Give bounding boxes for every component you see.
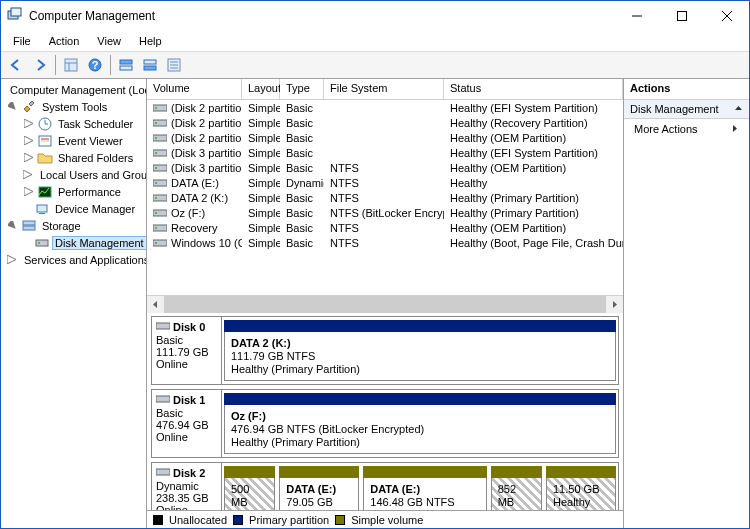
volume-row[interactable]: (Disk 2 partition 6)SimpleBasicHealthy (…: [147, 130, 623, 145]
disk-2-part-0[interactable]: 500 MB Healthy: [224, 466, 275, 510]
back-button[interactable]: [5, 54, 27, 76]
app-icon: [7, 7, 23, 25]
col-type[interactable]: Type: [280, 79, 324, 99]
volume-row[interactable]: DATA 2 (K:)SimpleBasicNTFSHealthy (Prima…: [147, 190, 623, 205]
disk-2-part-3[interactable]: 852 MB Healthy: [491, 466, 542, 510]
svg-rect-57: [156, 323, 170, 329]
help-button[interactable]: ?: [84, 54, 106, 76]
expand-icon[interactable]: [7, 220, 18, 231]
svg-point-48: [155, 182, 157, 184]
disk-1-size: 476.94 GB: [156, 419, 217, 431]
volume-row[interactable]: Windows 10 (C:)SimpleBasicNTFSHealthy (B…: [147, 235, 623, 250]
svg-point-46: [155, 167, 157, 169]
scroll-thumb[interactable]: [164, 296, 606, 313]
tools-icon: [21, 99, 37, 115]
disk-2-part-1[interactable]: DATA (E:) 79.05 GB NTFS Healthy: [279, 466, 359, 510]
tree-root[interactable]: Computer Management (Local: [1, 81, 146, 98]
volume-scrollbar[interactable]: [147, 295, 623, 312]
tree-shared-folders-label: Shared Folders: [56, 152, 135, 164]
disk-row-2[interactable]: Disk 2 Dynamic 238.35 GB Online 500 MB H…: [151, 462, 619, 510]
expand-icon[interactable]: [7, 101, 18, 112]
volume-layout: Simple: [242, 162, 280, 174]
maximize-button[interactable]: [659, 1, 704, 31]
collapse-icon[interactable]: [23, 135, 34, 146]
disk-0-part-0[interactable]: DATA 2 (K:) 111.79 GB NTFS Healthy (Prim…: [224, 320, 616, 381]
actions-more[interactable]: More Actions: [624, 119, 749, 139]
legend-unallocated-label: Unallocated: [169, 514, 227, 526]
view-bottom-button[interactable]: [139, 54, 161, 76]
volume-row[interactable]: (Disk 2 partition 1)SimpleBasicHealthy (…: [147, 100, 623, 115]
col-volume[interactable]: Volume: [147, 79, 242, 99]
disk-2-part-2[interactable]: DATA (E:) 146.48 GB NTFS Healthy: [363, 466, 486, 510]
tree-services[interactable]: Services and Applications: [1, 251, 146, 268]
disk-mgmt-icon: [34, 235, 50, 251]
tree-task-scheduler-label: Task Scheduler: [56, 118, 135, 130]
tree-system-tools[interactable]: System Tools: [1, 98, 146, 115]
disk-1-part-0[interactable]: Oz (F:) 476.94 GB NTFS (BitLocker Encryp…: [224, 393, 616, 454]
part-size: 146.48 GB NTFS: [370, 496, 454, 508]
folder-share-icon: [37, 150, 53, 166]
volume-type: Dynamic: [280, 177, 324, 189]
forward-button[interactable]: [29, 54, 51, 76]
col-layout[interactable]: Layout: [242, 79, 280, 99]
part-status: Healthy: [231, 509, 268, 510]
disk-1-title: Disk 1: [173, 394, 205, 406]
volume-row[interactable]: RecoverySimpleBasicNTFSHealthy (OEM Part…: [147, 220, 623, 235]
volume-type: Basic: [280, 162, 324, 174]
volume-row[interactable]: Oz (F:)SimpleBasicNTFS (BitLocker Encryp…: [147, 205, 623, 220]
volume-row[interactable]: (Disk 3 partition 5)SimpleBasicNTFSHealt…: [147, 160, 623, 175]
menu-file[interactable]: File: [5, 33, 39, 49]
volume-layout: Simple: [242, 147, 280, 159]
svg-point-56: [155, 242, 157, 244]
disk-2-part-4[interactable]: 11.50 GB Healthy (Reco: [546, 466, 616, 510]
show-hide-tree-button[interactable]: [60, 54, 82, 76]
collapse-icon[interactable]: [7, 254, 16, 265]
menu-help[interactable]: Help: [131, 33, 170, 49]
col-filesystem[interactable]: File System: [324, 79, 444, 99]
volume-type: Basic: [280, 147, 324, 159]
tree-event-viewer[interactable]: Event Viewer: [1, 132, 146, 149]
svg-point-38: [155, 107, 157, 109]
collapse-icon[interactable]: [23, 169, 32, 180]
volume-name: Windows 10 (C:): [171, 237, 242, 249]
menu-view[interactable]: View: [89, 33, 129, 49]
menu-action[interactable]: Action: [41, 33, 88, 49]
disk-graphical-area: Disk 0 Basic 111.79 GB Online DATA 2 (K:…: [147, 312, 623, 510]
part-status: Healthy: [370, 509, 407, 510]
volume-row[interactable]: (Disk 2 partition 5)SimpleBasicHealthy (…: [147, 115, 623, 130]
volume-row[interactable]: (Disk 3 partition 2)SimpleBasicHealthy (…: [147, 145, 623, 160]
view-top-button[interactable]: [115, 54, 137, 76]
collapse-icon[interactable]: [23, 152, 34, 163]
disk-row-0[interactable]: Disk 0 Basic 111.79 GB Online DATA 2 (K:…: [151, 316, 619, 385]
actions-section[interactable]: Disk Management: [624, 100, 749, 119]
volume-icon: [153, 163, 167, 173]
tree-performance[interactable]: Performance: [1, 183, 146, 200]
tree-disk-management[interactable]: Disk Management: [1, 234, 146, 251]
close-button[interactable]: [704, 1, 749, 31]
scroll-left-button[interactable]: [147, 296, 164, 313]
volume-status: Healthy (OEM Partition): [444, 222, 623, 234]
actions-more-label: More Actions: [634, 123, 698, 135]
tree-local-users[interactable]: Local Users and Groups: [1, 166, 146, 183]
collapse-icon[interactable]: [23, 186, 34, 197]
tree-shared-folders[interactable]: Shared Folders: [1, 149, 146, 166]
tree-local-users-label: Local Users and Groups: [38, 169, 147, 181]
disk-row-1[interactable]: Disk 1 Basic 476.94 GB Online Oz (F:) 47…: [151, 389, 619, 458]
volume-name: (Disk 3 partition 5): [171, 162, 242, 174]
svg-rect-33: [36, 240, 48, 246]
performance-icon: [37, 184, 53, 200]
minimize-button[interactable]: [614, 1, 659, 31]
tree-storage[interactable]: Storage: [1, 217, 146, 234]
svg-rect-13: [144, 60, 156, 64]
disk-1-type: Basic: [156, 407, 217, 419]
disk-2-info: Disk 2 Dynamic 238.35 GB Online: [152, 463, 222, 510]
tree-task-scheduler[interactable]: Task Scheduler: [1, 115, 146, 132]
volume-row[interactable]: DATA (E:)SimpleDynamicNTFSHealthy: [147, 175, 623, 190]
scroll-right-button[interactable]: [606, 296, 623, 313]
volume-list[interactable]: (Disk 2 partition 1)SimpleBasicHealthy (…: [147, 100, 623, 295]
volume-type: Basic: [280, 117, 324, 129]
settings-button[interactable]: [163, 54, 185, 76]
tree-device-manager[interactable]: Device Manager: [1, 200, 146, 217]
col-status[interactable]: Status: [444, 79, 623, 99]
collapse-icon[interactable]: [23, 118, 34, 129]
